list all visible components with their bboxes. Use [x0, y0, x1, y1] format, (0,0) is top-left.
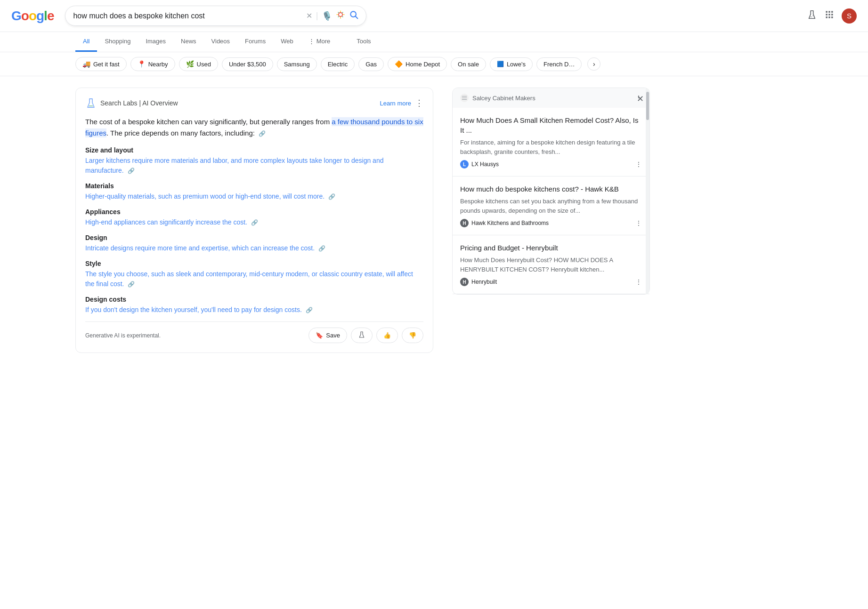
- tab-videos[interactable]: Videos: [204, 32, 238, 52]
- source-site-1: H Hawk Kitchens and Bathrooms: [460, 219, 549, 227]
- chip-label: Electric: [328, 61, 348, 68]
- chip-electric[interactable]: Electric: [321, 57, 355, 71]
- chip-gas[interactable]: Gas: [358, 57, 384, 71]
- link-icon-1[interactable]: 🔗: [328, 192, 335, 201]
- ai-intro-text: The cost of a bespoke kitchen can vary s…: [85, 116, 423, 139]
- svg-rect-9: [828, 14, 830, 15]
- svg-line-2: [356, 16, 358, 19]
- svg-rect-13: [831, 16, 833, 18]
- source-site-name-0: LX Hausys: [471, 161, 499, 168]
- svg-point-4: [812, 16, 813, 16]
- search-input[interactable]: [73, 12, 302, 20]
- svg-rect-12: [828, 16, 830, 18]
- sources-close-button[interactable]: ✕: [637, 94, 644, 104]
- svg-rect-8: [826, 14, 827, 15]
- flask-action-icon: [358, 331, 365, 340]
- source-footer-2: H Henrybuilt ⋮: [460, 278, 642, 286]
- link-icon-3[interactable]: 🔗: [318, 244, 325, 253]
- tab-tools[interactable]: Tools: [349, 32, 378, 52]
- link-icon-2[interactable]: 🔗: [251, 218, 258, 227]
- labs-feedback-button[interactable]: [351, 328, 373, 343]
- source-title-0[interactable]: How Much Does A Small Kitchen Remodel Co…: [460, 115, 642, 135]
- chip-get-it-fast[interactable]: 🚚 Get it fast: [75, 57, 127, 71]
- chip-on-sale[interactable]: On sale: [451, 57, 486, 71]
- source-snippet-0: For instance, aiming for a bespoke kitch…: [460, 138, 642, 156]
- ai-options-icon[interactable]: ⋮: [415, 98, 423, 108]
- learn-more-link[interactable]: Learn more: [380, 100, 411, 107]
- google-logo: Google: [11, 8, 54, 24]
- ai-section-heading-0: Size and layout: [85, 146, 423, 154]
- left-column: Search Labs | AI Overview Learn more ⋮ T…: [75, 88, 433, 364]
- salcey-brand: Salcey Cabinet Makers: [460, 94, 535, 102]
- tab-news[interactable]: News: [173, 32, 204, 52]
- home-depot-icon: 🔶: [395, 60, 403, 68]
- ai-section-heading-2: Appliances: [85, 208, 423, 216]
- salcey-brand-name: Salcey Cabinet Makers: [472, 95, 535, 102]
- link-icon-0[interactable]: 🔗: [128, 167, 135, 175]
- ai-actions: 🔖 Save 👍: [308, 328, 423, 343]
- link-icon-5[interactable]: 🔗: [306, 306, 313, 314]
- search-bar[interactable]: ✕ | 🎙️: [65, 6, 366, 26]
- chip-samsung[interactable]: Samsung: [277, 57, 317, 71]
- svg-rect-10: [831, 14, 833, 15]
- scrollbar-track[interactable]: [646, 88, 649, 294]
- chip-under-price[interactable]: Under $3,500: [222, 57, 273, 71]
- ai-section-text-4: The style you choose, such as sleek and …: [85, 269, 423, 289]
- svg-point-0: [339, 13, 342, 16]
- link-icon-4[interactable]: 🔗: [128, 280, 135, 288]
- source-more-0[interactable]: ⋮: [635, 160, 642, 168]
- tab-forums[interactable]: Forums: [237, 32, 273, 52]
- source-title-1[interactable]: How much do bespoke kitchens cost? - Haw…: [460, 184, 642, 194]
- microphone-icon[interactable]: 🎙️: [322, 11, 332, 21]
- chip-label: Lowe's: [507, 61, 526, 68]
- source-more-2[interactable]: ⋮: [635, 278, 642, 286]
- chip-home-depot[interactable]: 🔶 Home Depot: [388, 57, 447, 71]
- tab-all[interactable]: All: [75, 32, 97, 52]
- ai-footer: Generative AI is experimental. 🔖 Save: [85, 321, 423, 343]
- chips-next-arrow[interactable]: ›: [587, 57, 600, 71]
- clear-icon[interactable]: ✕: [306, 11, 312, 20]
- user-avatar[interactable]: S: [842, 8, 857, 24]
- source-item-0: How Much Does A Small Kitchen Remodel Co…: [453, 108, 649, 176]
- location-icon: 📍: [138, 60, 146, 68]
- source-footer-0: L LX Hausys ⋮: [460, 160, 642, 168]
- svg-rect-7: [831, 11, 833, 13]
- tab-shopping[interactable]: Shopping: [97, 32, 138, 52]
- chip-nearby[interactable]: 📍 Nearby: [130, 57, 175, 71]
- chip-label: Samsung: [284, 61, 310, 68]
- thumbs-down-button[interactable]: 👎: [402, 328, 423, 343]
- lowes-icon: 🟦: [497, 61, 504, 67]
- ai-section-heading-1: Materials: [85, 182, 423, 190]
- source-title-2[interactable]: Pricing and Budget - Henrybuilt: [460, 243, 642, 253]
- source-item-2: Pricing and Budget - Henrybuilt How Much…: [453, 235, 649, 294]
- camera-icon[interactable]: [336, 10, 345, 22]
- chip-used[interactable]: 🌿 Used: [179, 57, 218, 71]
- header: Google ✕ | 🎙️: [0, 0, 868, 32]
- source-site-name-2: Henrybuilt: [471, 279, 497, 285]
- ai-disclaimer: Generative AI is experimental.: [85, 332, 161, 339]
- save-button[interactable]: 🔖 Save: [308, 328, 347, 343]
- ai-section-heading-4: Style: [85, 260, 423, 267]
- svg-rect-11: [826, 16, 827, 18]
- labs-icon[interactable]: [807, 9, 817, 22]
- tab-web[interactable]: Web: [273, 32, 301, 52]
- chip-label: Under $3,500: [229, 61, 266, 68]
- source-footer-1: H Hawk Kitchens and Bathrooms ⋮: [460, 219, 642, 227]
- thumbs-up-button[interactable]: 👍: [376, 328, 398, 343]
- tab-more[interactable]: ⋮ More: [301, 32, 338, 52]
- salcey-icon: [460, 94, 469, 102]
- ai-overview-title: Search Labs | AI Overview: [100, 99, 178, 107]
- chip-french-door[interactable]: French D…: [536, 57, 582, 71]
- chip-label: Gas: [365, 61, 377, 68]
- scrollbar-thumb: [646, 92, 649, 120]
- chip-label: French D…: [544, 61, 575, 68]
- ai-flask-icon: [85, 97, 97, 109]
- source-more-1[interactable]: ⋮: [635, 219, 642, 227]
- thumbs-up-icon: 👍: [383, 332, 391, 339]
- chip-lowes[interactable]: 🟦 Lowe's: [490, 57, 533, 71]
- apps-icon[interactable]: [825, 10, 834, 22]
- link-icon[interactable]: 🔗: [259, 129, 266, 138]
- source-snippet-1: Bespoke kitchens can set you back anythi…: [460, 197, 642, 215]
- search-submit-icon[interactable]: [349, 10, 358, 22]
- tab-images[interactable]: Images: [138, 32, 173, 52]
